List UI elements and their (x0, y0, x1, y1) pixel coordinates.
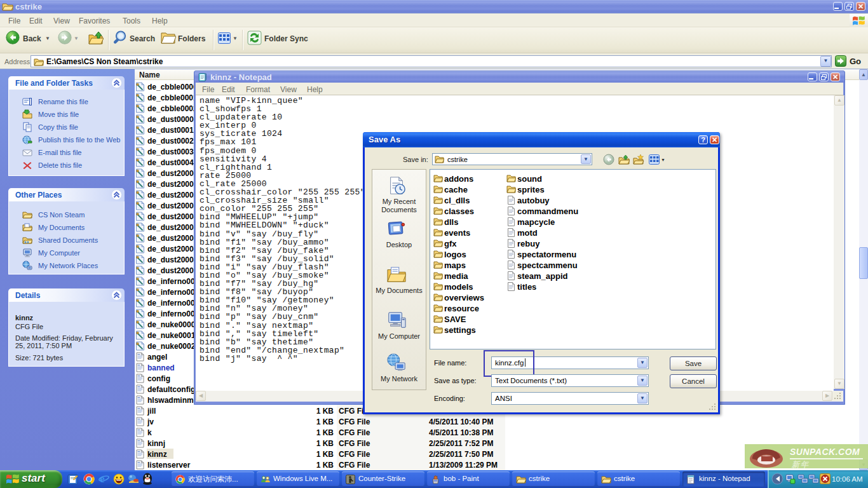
svg-text:e: e (100, 473, 105, 484)
